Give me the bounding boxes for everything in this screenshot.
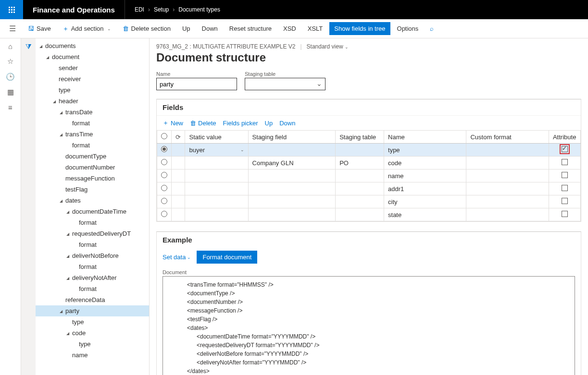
col-staging-table[interactable]: Staging table (336, 131, 384, 144)
cell-static[interactable] (185, 157, 248, 169)
table-row[interactable]: Company GLNPOcode (157, 157, 581, 169)
tree-node-documentdatetime[interactable]: documentDateTime (36, 206, 149, 217)
row-radio[interactable] (161, 172, 167, 178)
tree-node-documenttype[interactable]: documentType (36, 151, 149, 162)
attribute-checkbox[interactable] (562, 159, 568, 165)
down-button[interactable]: Down (197, 22, 223, 35)
cell-custom[interactable] (466, 169, 549, 182)
view-selector[interactable]: Standard view ⌄ (307, 43, 349, 50)
example-code[interactable]: <transTime format="HHMMSS" /> <documentT… (163, 276, 575, 375)
table-row[interactable]: name (157, 169, 581, 182)
table-row[interactable]: state (157, 208, 581, 221)
table-row[interactable]: city (157, 195, 581, 208)
tree-node-documentnumber[interactable]: documentNumber (36, 162, 149, 173)
col-static[interactable]: Static value (185, 131, 248, 144)
cell-static[interactable] (185, 208, 248, 221)
cell-custom[interactable] (466, 144, 549, 157)
up-button[interactable]: Up (177, 22, 195, 35)
tree-node-dates[interactable]: dates (36, 195, 149, 206)
filter-icon[interactable]: ⧩ (25, 42, 32, 51)
cell-staging-field[interactable] (248, 144, 336, 157)
cell-staging-table[interactable] (336, 208, 384, 221)
attribute-checkbox[interactable] (562, 146, 568, 152)
col-custom[interactable]: Custom format (466, 131, 549, 144)
attribute-checkbox[interactable] (562, 211, 568, 217)
cell-custom[interactable] (466, 208, 549, 221)
tree-node-format[interactable]: format (36, 239, 149, 250)
cell-static[interactable] (185, 182, 248, 195)
row-radio[interactable] (161, 185, 167, 191)
delete-section-button[interactable]: 🗑Delete section (118, 22, 175, 35)
cell-static[interactable]: buyer⌄ (185, 144, 248, 157)
tree-node-transtime[interactable]: transTime (36, 129, 149, 140)
col-name[interactable]: Name (384, 131, 466, 144)
breadcrumb-item[interactable]: EDI (135, 6, 144, 13)
cell-attribute[interactable] (549, 182, 580, 195)
tree-node-format[interactable]: format (36, 118, 149, 129)
cell-staging-field[interactable] (248, 208, 336, 221)
new-button[interactable]: ＋New (163, 119, 183, 127)
cell-static[interactable] (185, 195, 248, 208)
xslt-button[interactable]: XSLT (303, 22, 328, 35)
tree-node-testflag[interactable]: testFlag (36, 184, 149, 195)
cell-name[interactable]: name (384, 169, 466, 182)
tree-node-header[interactable]: header (36, 96, 149, 107)
cell-name[interactable]: state (384, 208, 466, 221)
tree-node-receiver[interactable]: receiver (36, 73, 149, 85)
cell-attribute[interactable] (549, 208, 580, 221)
row-radio[interactable] (161, 211, 167, 217)
up-button[interactable]: Up (265, 119, 273, 127)
set-data-button[interactable]: Set data⌄ (163, 254, 191, 261)
table-row[interactable]: addr1 (157, 182, 581, 195)
cell-staging-field[interactable] (248, 169, 336, 182)
recent-icon[interactable]: 🕒 (6, 73, 15, 81)
tree-node-name[interactable]: name (36, 350, 149, 361)
breadcrumb-item[interactable]: Document types (178, 6, 220, 13)
tree-node-delivernotbefore[interactable]: deliverNotBefore (36, 250, 149, 261)
tree-node-documents[interactable]: documents (36, 40, 149, 51)
cell-name[interactable]: type (384, 144, 466, 157)
cell-name[interactable]: addr1 (384, 182, 466, 195)
tree-node-format[interactable]: format (36, 283, 149, 294)
hamburger-icon[interactable]: ☰ (4, 24, 21, 33)
tree-node-party[interactable]: party (36, 305, 149, 316)
add-section-button[interactable]: ＋Add section⌄ (58, 22, 116, 36)
options-button[interactable]: Options (392, 22, 424, 35)
cell-staging-table[interactable] (336, 144, 384, 157)
fields-picker-button[interactable]: Fields picker (223, 119, 258, 127)
cell-staging-table[interactable] (336, 182, 384, 195)
select-all-radio[interactable] (161, 133, 167, 139)
cell-staging-field[interactable] (248, 195, 336, 208)
cell-custom[interactable] (466, 195, 549, 208)
breadcrumb-item[interactable]: Setup (154, 6, 169, 13)
cell-name[interactable]: city (384, 195, 466, 208)
delete-button[interactable]: 🗑Delete (190, 119, 216, 127)
tree-node-deliverynotafter[interactable]: deliveryNotAfter (36, 272, 149, 283)
cell-staging-table[interactable] (336, 195, 384, 208)
attribute-checkbox[interactable] (562, 185, 568, 191)
cell-static[interactable] (185, 169, 248, 182)
cell-staging-table[interactable] (336, 169, 384, 182)
col-staging-field[interactable]: Staging field (248, 131, 336, 144)
cell-custom[interactable] (466, 182, 549, 195)
cell-attribute[interactable] (549, 169, 580, 182)
cell-custom[interactable] (466, 157, 549, 169)
tree-node-transdate[interactable]: transDate (36, 107, 149, 118)
cell-attribute[interactable] (549, 144, 580, 157)
staging-table-select[interactable] (245, 78, 325, 90)
attribute-checkbox[interactable] (562, 172, 568, 178)
app-launcher[interactable] (0, 0, 23, 19)
row-radio[interactable] (161, 198, 167, 204)
show-fields-button[interactable]: Show fields in tree (329, 22, 390, 35)
tree-node-type[interactable]: type (36, 316, 149, 327)
favorites-icon[interactable]: ☆ (7, 57, 13, 66)
tree-node-format[interactable]: format (36, 140, 149, 151)
tree-node-referencedata[interactable]: referenceData (36, 294, 149, 305)
save-button[interactable]: 🖫Save (23, 22, 56, 35)
modules-icon[interactable]: ≡ (8, 103, 13, 111)
row-radio[interactable] (161, 146, 167, 152)
tree-node-type[interactable]: type (36, 85, 149, 96)
row-radio[interactable] (161, 159, 167, 165)
name-input[interactable] (156, 78, 237, 90)
tree-node-document[interactable]: document (36, 51, 149, 62)
